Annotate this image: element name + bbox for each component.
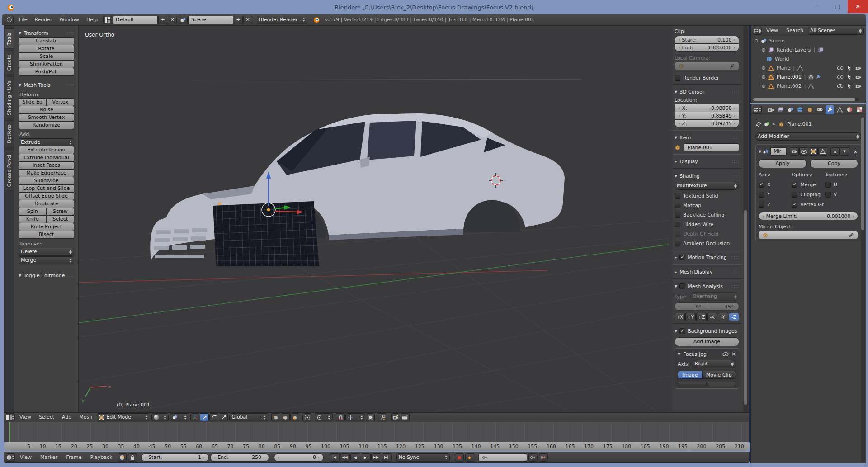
tool-button[interactable]: Noise — [19, 106, 74, 114]
screen-layout-icon[interactable] — [103, 16, 112, 24]
increment-icon[interactable]: › — [733, 113, 735, 118]
remove-image-icon[interactable]: × — [731, 351, 736, 357]
modifier-name-field[interactable]: Mir — [770, 147, 787, 156]
add-scene-button[interactable]: + — [234, 16, 243, 24]
tab-grease-pencil[interactable]: Grease Pencil — [5, 149, 14, 191]
sync-mode-select[interactable]: No Sync — [396, 453, 450, 462]
tab-object[interactable] — [806, 105, 815, 114]
n-panel-scrollbar[interactable] — [744, 26, 748, 412]
tool-button[interactable]: Randomize — [19, 121, 74, 129]
insert-keyframe-button[interactable] — [528, 453, 538, 462]
jump-to-start-button[interactable]: |◀ — [330, 453, 340, 462]
minimize-button[interactable]: — — [807, 0, 827, 13]
render-visibility-camera-icon[interactable] — [855, 84, 861, 89]
copy-modifier-button[interactable]: Copy — [810, 159, 858, 168]
slide-edge-button[interactable]: Slide Ed — [19, 98, 47, 106]
delete-scene-button[interactable]: ✕ — [243, 16, 252, 24]
render-engine-select[interactable]: Blender Render — [257, 16, 307, 24]
move-modifier-down-button[interactable]: ▼ — [840, 147, 849, 156]
render-border-checkbox[interactable]: Render Border — [675, 74, 739, 82]
decrement-icon[interactable]: ‹ — [679, 113, 680, 118]
render-visibility-camera-icon[interactable] — [855, 75, 861, 80]
manipulator-toggle-button[interactable] — [190, 413, 199, 421]
tool-button[interactable]: Smooth Vertex — [19, 113, 74, 122]
menu-help[interactable]: Help — [83, 15, 101, 25]
shading-panel-header[interactable]: ▼ Shading :::: — [675, 171, 739, 180]
tool-button[interactable]: Make Edge/Face — [19, 169, 74, 177]
face-select-mode-button[interactable] — [290, 413, 299, 421]
transform-orientation-select[interactable]: Global — [229, 413, 268, 421]
expander-icon[interactable]: ⊕ — [761, 74, 766, 80]
selected-vertex[interactable] — [218, 202, 221, 205]
frame-start-field[interactable]: ‹ Start: 1 › — [141, 453, 209, 462]
knife-button[interactable]: Knife — [19, 215, 47, 223]
checkbox-unchecked[interactable] — [675, 203, 680, 208]
scene-icon[interactable] — [179, 16, 188, 24]
decrement-icon[interactable]: ‹ — [679, 121, 680, 126]
increment-icon[interactable]: › — [203, 455, 205, 460]
3d-cursor-panel-header[interactable]: ▼ 3D Cursor :::: — [675, 87, 739, 96]
add-modifier-select[interactable]: Add Modifier — [755, 132, 861, 141]
current-frame-field[interactable]: ‹ 0 › — [274, 453, 324, 462]
checkbox-unchecked[interactable] — [675, 212, 680, 218]
tool-button[interactable]: Rotate — [19, 45, 74, 53]
tool-button[interactable]: Push/Pull — [19, 68, 74, 76]
close-button[interactable]: ✕ — [848, 0, 868, 13]
tool-button[interactable]: Scale — [19, 52, 74, 61]
tab-constraints[interactable] — [816, 105, 825, 114]
increment-icon[interactable]: › — [318, 455, 320, 460]
collapse-triangle-icon[interactable]: ▼ — [759, 150, 761, 154]
axis-minus-y-button[interactable]: -Y — [718, 313, 728, 321]
lock-frame-range-button[interactable] — [128, 453, 137, 462]
local-camera-field[interactable] — [675, 62, 739, 70]
car-model[interactable] — [150, 113, 565, 266]
manipulator-scale-button[interactable] — [219, 413, 228, 421]
play-button[interactable]: ▶ — [361, 453, 371, 462]
wireframe-front-mesh[interactable] — [213, 201, 319, 266]
outliner-row-scene[interactable]: ⊖ Scene — [751, 36, 866, 45]
screen-layout-field[interactable]: Default — [113, 16, 158, 24]
outliner-row-world[interactable]: World — [751, 54, 866, 63]
expander-icon[interactable]: ⊕ — [761, 83, 766, 89]
spin-button[interactable]: Spin — [19, 208, 47, 216]
tab-render[interactable] — [766, 105, 775, 114]
snap-target-button[interactable] — [366, 413, 375, 421]
axis-plus-x-button[interactable]: +X — [675, 313, 685, 321]
selectable-cursor-icon[interactable] — [847, 74, 852, 80]
editor-type-3dview-button[interactable] — [6, 413, 15, 421]
tab-shading-uvs[interactable]: Shading / UVs — [5, 76, 14, 119]
tab-texture[interactable] — [855, 105, 864, 114]
current-frame-indicator[interactable] — [9, 422, 10, 442]
expander-icon[interactable]: ⊕ — [761, 65, 766, 71]
expander-icon[interactable]: ⊕ — [761, 47, 766, 53]
ambient-occlusion-checkbox[interactable]: Ambient Occlusion — [675, 239, 739, 247]
selectable-cursor-icon[interactable] — [847, 65, 852, 71]
bg-axis-select[interactable]: Right — [693, 360, 736, 368]
toggle-editmode-panel-header[interactable]: ▼ Toggle Editmode .... — [19, 271, 74, 280]
panel-grip-icon[interactable]: :::: — [732, 255, 739, 259]
tab-render-layers[interactable] — [776, 105, 785, 114]
outliner-row-plane-002[interactable]: ⊕ Plane.002 | — [751, 81, 866, 90]
decrement-icon[interactable]: ‹ — [679, 45, 680, 50]
increment-icon[interactable]: › — [852, 214, 854, 218]
tool-button[interactable]: Duplicate — [19, 200, 74, 208]
edge-select-mode-button[interactable] — [281, 413, 290, 421]
motion-tracking-panel-header[interactable]: ► Motion Tracking :::: — [675, 253, 739, 262]
tab-options[interactable]: Options — [5, 120, 14, 147]
slide-vertex-button[interactable]: Vertex — [47, 98, 75, 106]
location-axis-field[interactable]: ‹ X: 0.98060 › — [675, 104, 739, 112]
checkbox-unchecked[interactable] — [679, 283, 685, 289]
menu-marker[interactable]: Marker — [37, 453, 61, 462]
checkbox-checked[interactable] — [759, 182, 764, 188]
display-panel-header[interactable]: ► Display :::: — [675, 157, 739, 166]
checkbox-checked[interactable] — [679, 255, 685, 260]
opengl-render-animation-button[interactable] — [401, 413, 410, 421]
checkbox-unchecked[interactable] — [792, 192, 797, 198]
backface-culling-checkbox[interactable]: Backface Culling — [675, 211, 739, 219]
tab-object-data[interactable] — [835, 105, 844, 114]
collapse-triangle-icon[interactable]: ▼ — [678, 352, 680, 356]
mirror-object-field[interactable] — [759, 231, 858, 239]
tool-button[interactable]: Offset Edge Slide — [19, 192, 74, 200]
menu-file[interactable]: File — [15, 15, 31, 25]
delete-keyframe-button[interactable] — [539, 453, 548, 462]
